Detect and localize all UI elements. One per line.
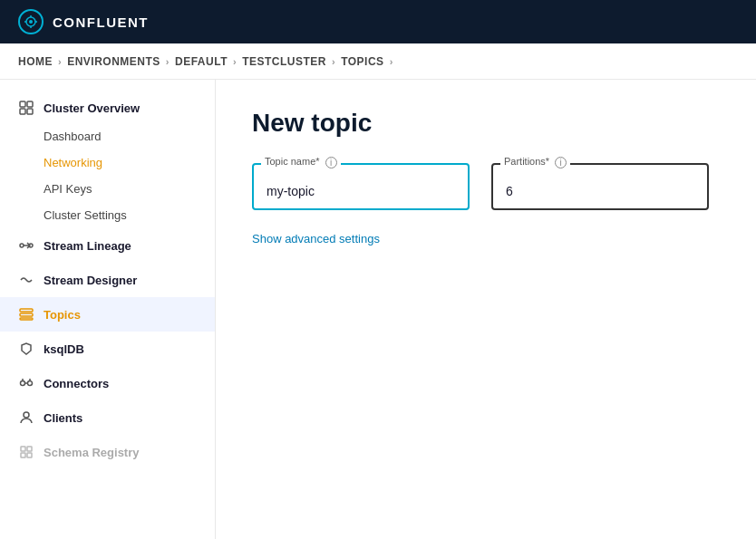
svg-rect-8	[20, 109, 25, 114]
sidebar-item-stream-lineage[interactable]: Stream Lineage	[0, 228, 215, 263]
svg-point-10	[20, 244, 24, 247]
sidebar-item-topics[interactable]: Topics	[0, 297, 215, 332]
main-layout: Cluster Overview Dashboard Networking AP…	[0, 80, 756, 539]
svg-rect-9	[27, 109, 33, 114]
topics-label: Topics	[44, 308, 81, 322]
svg-point-1	[29, 20, 33, 24]
breadcrumb-topics[interactable]: TOPICS	[341, 55, 383, 68]
partitions-field: Partitions* i	[491, 163, 709, 210]
svg-rect-7	[27, 101, 33, 107]
confluent-logo-icon	[18, 9, 44, 34]
breadcrumb-sep-3: ›	[233, 56, 237, 67]
topic-name-label: Topic name* i	[261, 156, 341, 168]
topic-name-field: Topic name* i	[252, 163, 470, 210]
svg-point-17	[28, 381, 33, 386]
breadcrumb-sep-4: ›	[332, 56, 335, 67]
main-content: New topic Topic name* i Partitions* i Sh…	[216, 80, 756, 539]
breadcrumb-home[interactable]: HOME	[18, 55, 53, 68]
breadcrumb: HOME › ENVIRONMENTS › DEFAULT › TESTCLUS…	[0, 43, 756, 80]
logo-area: CONFLUENT	[18, 9, 149, 34]
partitions-label: Partitions* i	[500, 156, 570, 168]
cluster-overview-label: Cluster Overview	[44, 101, 140, 115]
sidebar-item-connectors[interactable]: Connectors	[0, 366, 215, 400]
sidebar: Cluster Overview Dashboard Networking AP…	[0, 80, 216, 539]
topics-icon	[18, 306, 34, 322]
stream-designer-icon	[18, 272, 34, 288]
ksqldb-icon	[18, 341, 34, 357]
breadcrumb-sep-1: ›	[58, 56, 62, 67]
breadcrumb-sep-2: ›	[166, 56, 170, 67]
advanced-settings-link[interactable]: Show advanced settings	[252, 232, 380, 245]
partitions-info-icon[interactable]: i	[555, 157, 567, 168]
sidebar-item-cluster-settings[interactable]: Cluster Settings	[0, 202, 215, 228]
top-bar: CONFLUENT	[0, 0, 756, 43]
partitions-input[interactable]	[491, 163, 709, 210]
stream-lineage-label: Stream Lineage	[44, 239, 131, 253]
svg-point-16	[21, 381, 25, 386]
sidebar-item-networking[interactable]: Networking	[0, 149, 215, 176]
svg-rect-13	[20, 309, 33, 312]
svg-rect-6	[20, 101, 25, 107]
stream-designer-label: Stream Designer	[44, 274, 137, 287]
clients-icon	[18, 409, 34, 426]
sidebar-item-schema-registry[interactable]: Schema Registry	[0, 435, 215, 469]
breadcrumb-testcluster[interactable]: TESTCLUSTER	[242, 55, 326, 68]
sidebar-item-dashboard[interactable]: Dashboard	[0, 123, 215, 149]
topic-name-input[interactable]	[252, 163, 470, 210]
sidebar-item-stream-designer[interactable]: Stream Designer	[0, 263, 215, 297]
schema-registry-label: Schema Registry	[44, 446, 140, 459]
logo-text: CONFLUENT	[53, 14, 149, 30]
stream-lineage-icon	[18, 237, 34, 254]
svg-rect-14	[20, 313, 33, 316]
breadcrumb-sep-5: ›	[390, 56, 393, 67]
sidebar-item-ksqldb[interactable]: ksqlDB	[0, 332, 215, 366]
ksqldb-label: ksqlDB	[44, 342, 84, 356]
schema-registry-icon	[18, 444, 34, 460]
svg-rect-23	[27, 447, 32, 451]
sidebar-item-cluster-overview[interactable]: Cluster Overview	[0, 91, 215, 123]
svg-rect-15	[20, 318, 33, 320]
cluster-overview-icon	[18, 100, 34, 116]
svg-rect-22	[21, 447, 25, 451]
topic-name-info-icon[interactable]: i	[325, 157, 337, 168]
svg-rect-25	[27, 453, 32, 457]
clients-label: Clients	[44, 411, 82, 425]
page-title: New topic	[252, 109, 720, 138]
svg-rect-24	[21, 453, 25, 457]
sidebar-item-clients[interactable]: Clients	[0, 400, 215, 435]
connectors-label: Connectors	[44, 377, 109, 390]
connectors-icon	[18, 375, 34, 391]
breadcrumb-default[interactable]: DEFAULT	[175, 55, 228, 68]
form-row: Topic name* i Partitions* i	[252, 163, 720, 210]
sidebar-item-api-keys[interactable]: API Keys	[0, 176, 215, 202]
breadcrumb-environments[interactable]: ENVIRONMENTS	[67, 55, 160, 68]
svg-point-21	[24, 412, 29, 418]
